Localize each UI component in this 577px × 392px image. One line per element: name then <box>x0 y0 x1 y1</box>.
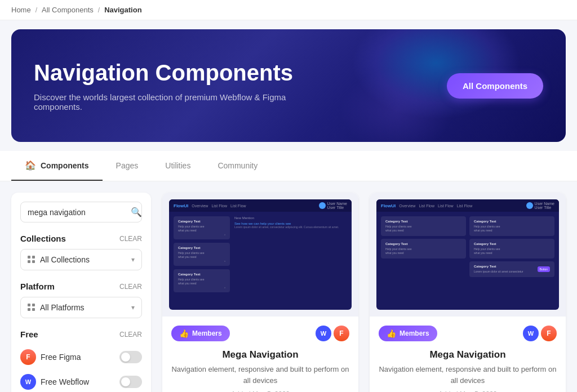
platform-dropdown-left: All Platforms <box>28 303 85 312</box>
mini-user: User NameUser Title <box>319 202 347 210</box>
tab-utilities-label: Utilities <box>165 161 190 170</box>
main-layout: 🔍 Collections CLEAR All Collections ▾ <box>0 181 577 392</box>
mini-nav-item-b: Category Text Help your clients seewhat … <box>381 239 466 259</box>
collections-filter-header: Collections CLEAR <box>20 234 142 243</box>
mini-nav-text: Help your clients seewhat you need <box>178 278 225 286</box>
mini-col-1: Category Text Help your clients seewhat … <box>381 216 466 277</box>
free-figma-row: F Free Figma <box>20 345 142 369</box>
free-figma-toggle[interactable] <box>119 351 142 363</box>
card-1: FlowUI Overview List Flow List Flow User… <box>162 193 358 392</box>
mini-col-2: Category Text Help your clients seewhat … <box>469 216 554 277</box>
free-filter-header: Free CLEAR <box>20 329 142 339</box>
breadcrumb-all-components[interactable]: All Components <box>42 6 94 14</box>
mini-cta: Category Text Lorem ipsum dolor sit amet… <box>469 261 554 277</box>
tab-bar: 🏠 Components Pages Utilities Community <box>0 151 577 181</box>
mini-username-2: User NameUser Title <box>535 202 554 210</box>
mini-nav-text: Help your clients seewhat you need <box>178 251 225 259</box>
free-webflow-toggle[interactable] <box>119 376 142 388</box>
breadcrumb-current: Navigation <box>104 6 141 14</box>
grid-icon <box>28 256 35 264</box>
badge-icon: 👍 <box>179 329 189 338</box>
mini-main-content: New Mention See how we can help your cli… <box>234 216 347 292</box>
free-webflow-label: Free Webflow <box>41 377 89 386</box>
free-clear-button[interactable]: CLEAR <box>119 331 142 338</box>
badge-label: Members <box>192 329 222 337</box>
platform-clear-button[interactable]: CLEAR <box>119 283 142 291</box>
mini-main-para: Lorem ipsum dolor sit amet, consectetur … <box>234 225 347 229</box>
webflow-tech-icon: W <box>316 326 331 341</box>
free-figma-left: F Free Figma <box>20 349 81 365</box>
card-2: FlowUI Overview List Flow List Flow List… <box>370 193 566 392</box>
mini-nav-arrow: › <box>224 286 225 289</box>
free-webflow-left: W Free Webflow <box>20 374 89 390</box>
tab-pages[interactable]: Pages <box>103 152 152 180</box>
mini-nav-2: Overview List Flow List Flow List Flow <box>399 204 472 208</box>
tab-community[interactable]: Community <box>204 152 271 180</box>
breadcrumb-home[interactable]: Home <box>11 6 31 14</box>
breadcrumb-sep-2: / <box>98 6 100 14</box>
mini-nav-item: Overview <box>192 204 208 208</box>
tab-utilities[interactable]: Utilities <box>152 152 204 180</box>
search-input[interactable] <box>28 208 126 217</box>
card-1-preview: FlowUI Overview List Flow List Flow User… <box>162 193 358 317</box>
collections-label: Collections <box>20 234 66 243</box>
figma-tech-icon: F <box>334 326 349 341</box>
mini-nav-item: List Flow <box>457 204 473 208</box>
mini-nav-title: Category Text <box>178 220 225 223</box>
members-badge-2: 👍 Members <box>379 326 437 341</box>
card-2-title: Mega Navigation <box>379 349 557 360</box>
tech-icons: W F <box>316 326 349 341</box>
platform-dropdown-value: All Platforms <box>40 303 85 312</box>
mini-nav-arrow: › <box>224 233 225 236</box>
card-1-browser-mockup: FlowUI Overview List Flow List Flow User… <box>169 199 352 310</box>
mini-cta-btn: Button <box>538 266 550 272</box>
mini-nav-item-2: Category Text Help your clients seewhat … <box>174 243 230 266</box>
mini-main-heading: New Mention <box>234 216 347 220</box>
chevron-down-icon: ▾ <box>131 304 135 311</box>
mini-logo-2: FlowUI <box>381 203 396 208</box>
mini-browser-bar-2: FlowUI Overview List Flow List Flow List… <box>376 199 559 212</box>
hero-subtitle: Discover the worlds largest collection o… <box>34 92 293 112</box>
hero-title: Navigation Components <box>34 60 293 86</box>
platform-filter: Platform CLEAR All Platforms ▾ <box>20 282 142 318</box>
mini-content-2: Category Text Help your clients seewhat … <box>376 212 559 282</box>
collections-filter: Collections CLEAR All Collections ▾ <box>20 234 142 270</box>
mini-nav-item: List Flow <box>438 204 454 208</box>
free-filter: Free CLEAR F Free Figma W Free Webflow <box>20 329 142 392</box>
card-2-description: Navigation element, responsive and built… <box>379 364 557 386</box>
platform-dropdown[interactable]: All Platforms ▾ <box>20 297 142 318</box>
mini-nav-item-d: Category Text Help your clients seewhat … <box>469 239 554 259</box>
card-2-badges: 👍 Members W F <box>379 326 557 341</box>
collections-dropdown-value: All Collections <box>40 255 90 264</box>
collections-clear-button[interactable]: CLEAR <box>119 235 142 243</box>
card-1-title: Mega Navigation <box>171 349 349 360</box>
mini-avatar-2 <box>526 202 533 209</box>
collections-dropdown[interactable]: All Collections ▾ <box>20 249 142 270</box>
card-2-browser-mockup: FlowUI Overview List Flow List Flow List… <box>376 199 559 310</box>
tab-community-label: Community <box>218 161 258 170</box>
content-grid: FlowUI Overview List Flow List Flow User… <box>162 193 566 392</box>
card-1-badges: 👍 Members W F <box>171 326 349 341</box>
card-2-footer: 👍 Members W F Mega Navigation Navigation… <box>370 317 566 392</box>
mini-avatar <box>319 202 326 209</box>
webflow-tech-icon-2: W <box>523 326 539 341</box>
mini-nav-item: List Flow <box>419 204 434 208</box>
mini-nav-title: Category Text <box>178 273 225 276</box>
breadcrumb-sep-1: / <box>35 6 37 14</box>
hero-text: Navigation Components Discover the world… <box>34 60 293 112</box>
search-icon: 🔍 <box>131 207 142 217</box>
free-figma-label: Free Figma <box>41 353 81 362</box>
badge-label-2: Members <box>400 329 429 337</box>
tab-components-label: Components <box>41 161 89 170</box>
grid-icon <box>28 304 35 311</box>
tab-components[interactable]: 🏠 Components <box>11 151 103 181</box>
hero-all-components-button[interactable]: All Components <box>447 73 543 99</box>
mini-nav-text: Help your clients seewhat you need <box>178 225 225 233</box>
search-box[interactable]: 🔍 <box>20 202 142 222</box>
components-icon: 🏠 <box>25 160 36 171</box>
tech-icons-2: W F <box>523 326 557 341</box>
tab-pages-label: Pages <box>116 161 139 170</box>
platform-label: Platform <box>20 282 55 291</box>
mini-nav-item: List Flow <box>211 204 227 208</box>
card-1-description: Navigation element, responsive and built… <box>171 364 349 386</box>
